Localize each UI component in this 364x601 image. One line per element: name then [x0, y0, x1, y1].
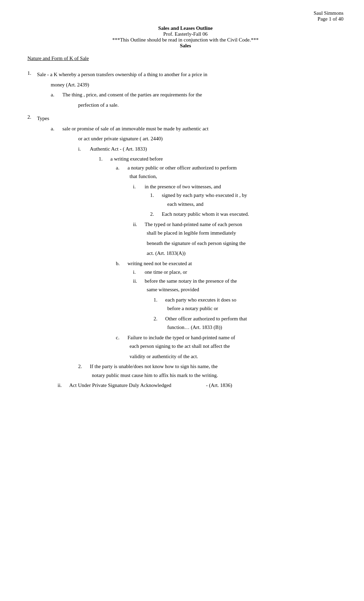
item-typed-cont3: act. (Art. 1833(A))	[147, 249, 343, 258]
section-heading: Nature and Form of K of Sale	[27, 56, 89, 61]
item-same-notary: ii. before the same notary in the presen…	[133, 277, 343, 286]
item-2ai1: 1. a writing executed before	[99, 155, 343, 164]
item-onetime: i. one time or place, or	[133, 268, 343, 277]
item-failure-cont2: validity or authenticity of the act.	[130, 352, 343, 361]
item-presence: i. in the presence of two witnesses, and	[133, 182, 343, 191]
item-2ai-text: Authentic Act - ( Art. 1833)	[90, 145, 343, 154]
item-2-label: Types	[37, 114, 343, 123]
doc-header: Sales and Leases Outline Prof. Easterly-…	[27, 25, 343, 49]
item-failure: c. Failure to include the typed or hand-…	[116, 333, 343, 342]
item-onetime-text: one time or place, or	[145, 268, 343, 277]
item-private-sig-text: Act Under Private Signature Duly Acknowl…	[69, 381, 343, 390]
item-1a-label: a.	[51, 91, 61, 99]
item-2a-text: sale or promise of sale of an immovable …	[62, 125, 343, 133]
item-2a: a. sale or promise of sale of an immovab…	[51, 125, 343, 133]
item-unable: 2. If the party is unable/does not know …	[78, 362, 343, 371]
item-1a-continuation: perfection of a sale.	[78, 101, 343, 110]
item-private-sig-ref: - (Art. 1836)	[206, 382, 232, 388]
item-failure-cont1: each person signing to the act shall not…	[130, 342, 343, 351]
item-other-officer-cont: function… (Art. 1833 (B))	[167, 323, 343, 332]
item-2ai1a-label: a.	[116, 164, 126, 173]
item-each-party-text: each party who executes it does so	[165, 296, 343, 305]
item-writing: b. writing need not be executed at	[116, 259, 343, 268]
item-failure-text: Failure to include the typed or hand-pri…	[128, 333, 343, 342]
item-signed-text: signed by each party who executed it , b…	[162, 191, 343, 200]
doc-title-line3: ***This Outline should be read in conjun…	[27, 37, 343, 43]
item-typed-cont2: beneath the signature of each person sig…	[147, 239, 343, 248]
item-presence-text: in the presence of two witnesses, and	[145, 182, 343, 191]
item-2ai1-text: a writing executed before	[110, 155, 343, 164]
item-private-sig-label: ii.	[58, 381, 68, 390]
item-signed-num: 1.	[150, 191, 160, 200]
item-other-officer: 2. Other officer authorized to perform t…	[154, 315, 343, 323]
item-signed-cont: each witness, and	[167, 200, 343, 209]
item-2: 2. Types a. sale or promise of sale of a…	[27, 114, 343, 390]
item-each-party: 1. each party who executes it does so	[154, 296, 343, 305]
item-presence-label: i.	[133, 182, 143, 191]
item-each-party-num: 1.	[154, 296, 164, 305]
item-writing-label: b.	[116, 259, 126, 268]
item-private-sig: ii. Act Under Private Signature Duly Ack…	[58, 381, 343, 390]
item-same-notary-cont: same witnesses, provided	[147, 285, 343, 294]
item-typed: ii. The typed or hand-printed name of ea…	[133, 220, 343, 229]
item-failure-label: c.	[116, 333, 126, 342]
item-1-continuation: money (Art. 2439)	[51, 81, 343, 90]
item-same-notary-label: ii.	[133, 277, 143, 286]
item-notary-each: 2. Each notary public whom it was execut…	[150, 210, 343, 219]
page-number: Page 1 of 40	[27, 16, 343, 22]
doc-title-line1: Sales and Leases Outline	[27, 25, 343, 31]
item-2a-cont: or act under private signature ( art. 24…	[78, 134, 343, 143]
item-each-party-cont: before a notary public or	[167, 304, 343, 313]
item-2ai1a: a. a notary public or other officer auth…	[116, 164, 343, 173]
item-same-notary-text: before the same notary in the presence o…	[145, 277, 343, 286]
item-2ai: i. Authentic Act - ( Art. 1833)	[78, 145, 343, 154]
item-onetime-label: i.	[133, 268, 143, 277]
item-unable-num: 2.	[78, 362, 88, 371]
author-name: Saul Simmons	[27, 10, 343, 16]
item-typed-label: ii.	[133, 220, 143, 229]
item-1a: a. The thing , price, and consent of the…	[51, 91, 343, 99]
item-1-text: Sale - a K whereby a person transfers ow…	[37, 70, 343, 79]
doc-title-line2: Prof. Easterly-Fall 06	[27, 31, 343, 37]
item-2a-label: a.	[51, 125, 61, 133]
item-2-num: 2.	[27, 114, 37, 120]
item-writing-text: writing need not be executed at	[128, 259, 343, 268]
item-1-content: Sale - a K whereby a person transfers ow…	[37, 70, 343, 111]
doc-title-line4: Sales	[27, 43, 343, 49]
item-1-num: 1.	[27, 70, 37, 76]
item-private-sig-main: Act Under Private Signature Duly Acknowl…	[69, 382, 171, 388]
item-typed-text: The typed or hand-printed name of each p…	[145, 220, 343, 229]
item-2ai1a-cont: that function,	[130, 172, 343, 181]
item-2ai1-num: 1.	[99, 155, 109, 164]
item-1a-text: The thing , price, and consent of the pa…	[62, 91, 343, 99]
item-2-content: Types a. sale or promise of sale of an i…	[37, 114, 343, 390]
item-other-officer-text: Other officer authorized to perform that	[165, 315, 343, 323]
item-notary-each-text: Each notary public whom it was executed.	[162, 210, 343, 219]
item-1: 1. Sale - a K whereby a person transfers…	[27, 70, 343, 111]
item-2ai1a-text: a notary public or other officer authori…	[128, 164, 343, 173]
item-other-officer-num: 2.	[154, 315, 164, 323]
item-notary-each-num: 2.	[150, 210, 160, 219]
header-block: Saul Simmons Page 1 of 40	[27, 10, 343, 22]
item-unable-text: If the party is unable/does not know how…	[90, 362, 343, 371]
item-unable-cont: notary public must cause him to affix hi…	[92, 371, 343, 380]
item-signed: 1. signed by each party who executed it …	[150, 191, 343, 200]
item-typed-cont1: shall be placed in legible form immediat…	[147, 229, 343, 238]
item-2ai-label: i.	[78, 145, 88, 154]
